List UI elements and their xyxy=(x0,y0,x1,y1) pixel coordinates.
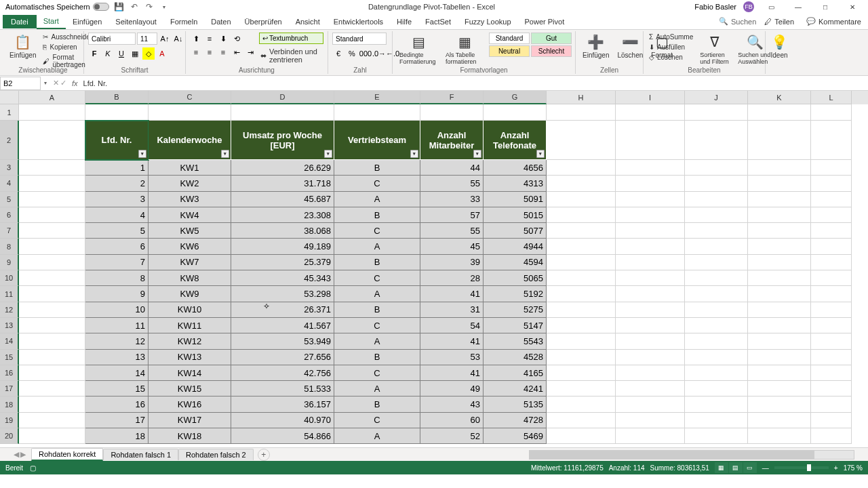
cell-J2[interactable] xyxy=(685,121,748,160)
cell-C3[interactable]: KW1 xyxy=(149,160,231,176)
cell-K19[interactable] xyxy=(748,413,811,428)
cell-F9[interactable]: 39 xyxy=(420,255,484,270)
border-button[interactable]: ▦ xyxy=(129,47,141,60)
cell-C11[interactable]: KW9 xyxy=(149,286,231,302)
paste-button[interactable]: 📋 Einfügen xyxy=(7,33,39,60)
cell-F10[interactable]: 28 xyxy=(420,270,484,286)
cell-H3[interactable] xyxy=(547,160,616,176)
horizontal-scrollbar[interactable] xyxy=(529,450,854,460)
cell-G8[interactable]: 4944 xyxy=(484,239,547,254)
cell-G12[interactable]: 5275 xyxy=(484,302,547,318)
cell-A19[interactable] xyxy=(19,413,85,428)
row-header-8[interactable]: 8 xyxy=(0,239,19,254)
cell-B7[interactable]: 5 xyxy=(85,223,149,239)
cell-I17[interactable] xyxy=(616,381,685,396)
cell-D1[interactable] xyxy=(231,104,334,121)
cell-B19[interactable]: 17 xyxy=(85,413,149,428)
cell-F3[interactable]: 44 xyxy=(420,160,484,176)
cell-I8[interactable] xyxy=(616,239,685,254)
cell-G11[interactable]: 5192 xyxy=(484,286,547,302)
cell-H2[interactable] xyxy=(547,121,616,160)
cell-E18[interactable]: B xyxy=(334,396,420,412)
save-icon[interactable]: 💾 xyxy=(115,2,124,12)
filter-dropdown-icon[interactable]: ▾ xyxy=(221,150,229,158)
cell-A18[interactable] xyxy=(19,396,85,412)
cell-K9[interactable] xyxy=(748,255,811,270)
tab-formulas[interactable]: Formeln xyxy=(163,15,204,28)
cell-D17[interactable]: 51.533 xyxy=(231,381,334,396)
cell-J12[interactable] xyxy=(685,302,748,318)
tab-help[interactable]: Hilfe xyxy=(390,15,418,28)
wrap-text-button[interactable]: ↩Textumbruch xyxy=(259,33,323,44)
cell-D14[interactable]: 53.949 xyxy=(231,333,334,349)
cell-L10[interactable] xyxy=(811,270,852,286)
cell-L1[interactable] xyxy=(811,104,852,121)
cell-F18[interactable]: 43 xyxy=(420,396,484,412)
cell-L19[interactable] xyxy=(811,413,852,428)
cell-K6[interactable] xyxy=(748,207,811,223)
cell-C10[interactable]: KW8 xyxy=(149,270,231,286)
cell-J4[interactable] xyxy=(685,176,748,191)
cell-D11[interactable]: 53.298 xyxy=(231,286,334,302)
cell-J10[interactable] xyxy=(685,270,748,286)
undo-icon[interactable]: ↶ xyxy=(130,2,139,12)
cell-E13[interactable]: C xyxy=(334,318,420,333)
col-header-J[interactable]: J xyxy=(685,91,748,104)
cell-C16[interactable]: KW14 xyxy=(149,365,231,381)
row-header-14[interactable]: 14 xyxy=(0,333,19,349)
cell-I11[interactable] xyxy=(616,286,685,302)
cell-G15[interactable]: 4528 xyxy=(484,350,547,365)
cell-L2[interactable] xyxy=(811,121,852,160)
cell-E2[interactable]: Vertriebsteam▾ xyxy=(334,121,420,160)
align-center-button[interactable]: ≡ xyxy=(203,46,216,58)
cell-K20[interactable] xyxy=(748,428,811,444)
align-right-button[interactable]: ≡ xyxy=(217,46,229,58)
filter-dropdown-icon[interactable]: ▾ xyxy=(324,150,332,158)
row-header-9[interactable]: 9 xyxy=(0,255,19,270)
cell-I13[interactable] xyxy=(616,318,685,333)
align-bottom-button[interactable]: ⬇ xyxy=(217,33,229,45)
cell-A10[interactable] xyxy=(19,270,85,286)
align-middle-button[interactable]: ≡ xyxy=(203,33,216,45)
cell-H9[interactable] xyxy=(547,255,616,270)
cell-A12[interactable] xyxy=(19,302,85,318)
fill-button[interactable]: ⬇Ausfüllen xyxy=(648,43,694,52)
cell-H6[interactable] xyxy=(547,207,616,223)
italic-button[interactable]: K xyxy=(102,47,114,60)
cell-H7[interactable] xyxy=(547,223,616,239)
close-icon[interactable]: ✕ xyxy=(842,1,863,13)
cell-B12[interactable]: 10 xyxy=(85,302,149,318)
align-left-button[interactable]: ≡ xyxy=(190,46,202,58)
cell-H16[interactable] xyxy=(547,365,616,381)
cell-L12[interactable] xyxy=(811,302,852,318)
add-sheet-button[interactable]: + xyxy=(258,449,270,461)
zoom-out-button[interactable]: — xyxy=(762,464,769,472)
cell-G10[interactable]: 5065 xyxy=(484,270,547,286)
cell-F15[interactable]: 53 xyxy=(420,350,484,365)
increase-indent-button[interactable]: ⇥ xyxy=(244,46,256,58)
cell-E17[interactable]: A xyxy=(334,381,420,396)
cell-E3[interactable]: B xyxy=(334,160,420,176)
view-pagebreak-button[interactable]: ▭ xyxy=(743,462,757,473)
cell-C1[interactable] xyxy=(149,104,231,121)
cell-E15[interactable]: B xyxy=(334,350,420,365)
cell-C6[interactable]: KW4 xyxy=(149,207,231,223)
cell-J17[interactable] xyxy=(685,381,748,396)
cell-E4[interactable]: C xyxy=(334,176,420,191)
cell-C17[interactable]: KW15 xyxy=(149,381,231,396)
cell-B9[interactable]: 7 xyxy=(85,255,149,270)
row-header-15[interactable]: 15 xyxy=(0,350,19,365)
cell-G9[interactable]: 4594 xyxy=(484,255,547,270)
cell-F5[interactable]: 33 xyxy=(420,192,484,207)
cell-D2[interactable]: Umsatz pro Woche [EUR]▾ xyxy=(231,121,334,160)
delete-cells-button[interactable]: ➖Löschen xyxy=(614,33,646,60)
cell-A9[interactable] xyxy=(19,255,85,270)
cell-E16[interactable]: C xyxy=(334,365,420,381)
col-header-G[interactable]: G xyxy=(484,91,547,104)
tab-start[interactable]: Start xyxy=(37,14,66,29)
zoom-in-button[interactable]: + xyxy=(834,464,838,472)
cell-D8[interactable]: 49.189 xyxy=(231,239,334,254)
col-header-L[interactable]: L xyxy=(811,91,852,104)
autosave-toggle[interactable]: Automatisches Speichern xyxy=(5,3,109,11)
shrink-font-button[interactable]: A↓ xyxy=(172,33,184,45)
